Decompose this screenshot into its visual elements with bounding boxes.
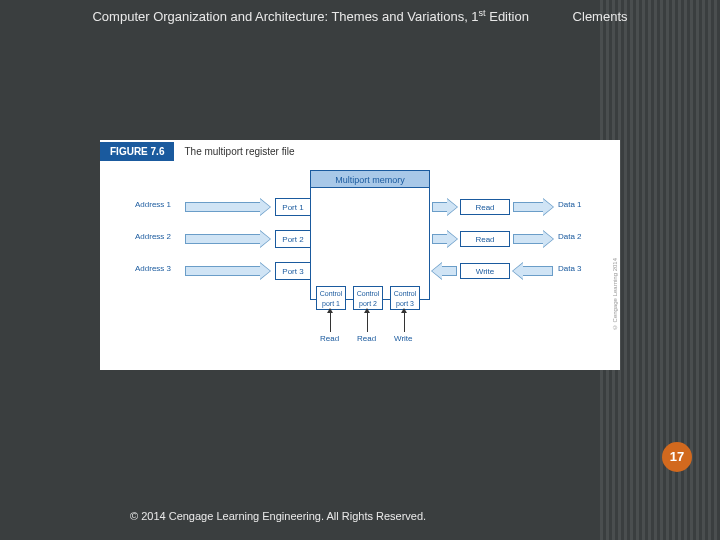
port-box-2: Port 2 (275, 230, 311, 248)
arrow-mid-3 (432, 263, 457, 279)
rw-box-1: Read (460, 199, 510, 215)
ctrl-label-2: Read (357, 334, 376, 343)
port-box-1: Port 1 (275, 198, 311, 216)
rw-box-2: Read (460, 231, 510, 247)
memory-title: Multiport memory (310, 170, 430, 188)
figure-tag: FIGURE 7.6 (100, 142, 174, 161)
ctrl-label-1: Read (320, 334, 339, 343)
data-label-3: Data 3 (558, 264, 582, 273)
figure-caption: The multiport register file (184, 146, 294, 157)
figure-credit: © Cengage Learning 2014 (612, 258, 618, 330)
title-pre: Computer Organization and Architecture: … (92, 9, 478, 24)
arrow-addr-1 (185, 199, 270, 215)
book-title: Computer Organization and Architecture: … (92, 9, 532, 24)
ctrl-arrow-3 (404, 312, 405, 332)
copyright-text: © 2014 Cengage Learning Engineering. All… (130, 510, 426, 522)
multiport-memory-box: Multiport memory (310, 170, 430, 300)
ctrl-port-1: Control port 1 (316, 286, 346, 310)
address-label-2: Address 2 (135, 232, 171, 241)
data-label-2: Data 2 (558, 232, 582, 241)
arrow-addr-3 (185, 263, 270, 279)
title-sup: st (479, 8, 486, 18)
title-post: Edition (486, 9, 529, 24)
ctrl-arrow-2 (367, 312, 368, 332)
ctrl-label-3: Write (394, 334, 413, 343)
figure-header: FIGURE 7.6 The multiport register file (100, 140, 295, 162)
ctrl-port-2: Control port 2 (353, 286, 383, 310)
arrow-data-1 (513, 199, 553, 215)
ctrl-arrow-1 (330, 312, 331, 332)
author-name: Clements (573, 9, 628, 24)
data-label-1: Data 1 (558, 200, 582, 209)
arrow-data-3 (513, 263, 553, 279)
diagram: Multiport memory Port 1 Port 2 Port 3 Co… (100, 170, 620, 350)
arrow-data-2 (513, 231, 553, 247)
port-box-3: Port 3 (275, 262, 311, 280)
rw-box-3: Write (460, 263, 510, 279)
arrow-mid-1 (432, 199, 457, 215)
arrow-mid-2 (432, 231, 457, 247)
slide-header: Computer Organization and Architecture: … (0, 8, 720, 24)
page-number-badge: 17 (662, 442, 692, 472)
figure-container: FIGURE 7.6 The multiport register file M… (100, 140, 620, 370)
address-label-1: Address 1 (135, 200, 171, 209)
address-label-3: Address 3 (135, 264, 171, 273)
ctrl-port-3: Control port 3 (390, 286, 420, 310)
arrow-addr-2 (185, 231, 270, 247)
